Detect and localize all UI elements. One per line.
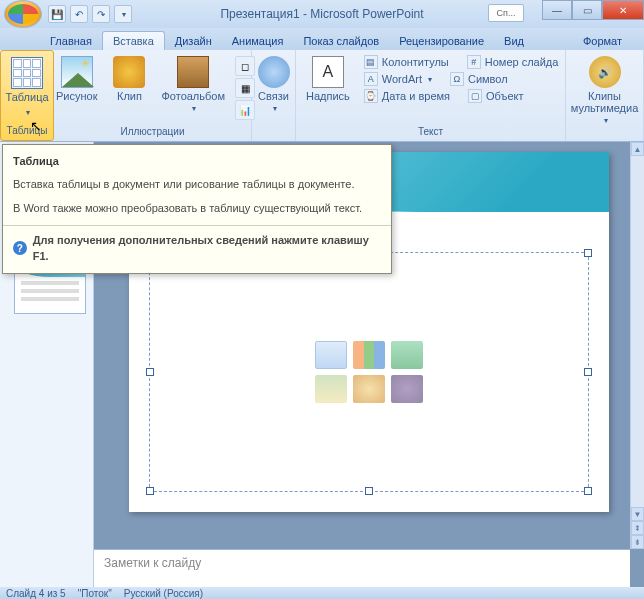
chevron-down-icon	[24, 105, 30, 117]
insert-table-icon[interactable]	[315, 341, 347, 369]
resize-handle[interactable]	[584, 487, 592, 495]
slidenumber-button[interactable]: #Номер слайда	[463, 54, 563, 70]
insert-smartart-icon[interactable]	[391, 341, 423, 369]
tab-insert[interactable]: Вставка	[102, 31, 165, 50]
headerfooter-button[interactable]: ▤Колонтитулы	[360, 54, 453, 70]
links-button[interactable]: Связи	[252, 52, 296, 117]
tooltip-title: Таблица	[13, 153, 381, 170]
insert-chart-icon[interactable]	[353, 341, 385, 369]
insert-picture-icon[interactable]	[315, 375, 347, 403]
textbox-button[interactable]: A Надпись	[300, 52, 356, 106]
media-button[interactable]: 🔊 Клипы мультимедиа	[565, 52, 644, 129]
tab-home[interactable]: Главная	[40, 32, 102, 50]
insert-media-icon[interactable]	[391, 375, 423, 403]
office-button[interactable]	[4, 0, 42, 28]
group-text-label: Текст	[418, 126, 443, 139]
status-theme: "Поток"	[78, 588, 112, 599]
table-button[interactable]: Таблица	[0, 53, 55, 121]
status-slide-count: Слайд 4 из 5	[6, 588, 66, 599]
scroll-down-icon[interactable]: ▼	[631, 507, 644, 521]
headerfooter-icon: ▤	[364, 55, 378, 69]
photoalbum-icon	[177, 56, 209, 88]
vertical-scrollbar[interactable]: ▲ ▼ ⇞ ⇟	[630, 142, 644, 549]
clipart-icon	[113, 56, 145, 88]
qat-customize-icon[interactable]	[114, 5, 132, 23]
tab-format[interactable]: Формат	[573, 32, 632, 50]
wordart-button[interactable]: AWordArt	[360, 71, 436, 87]
object-icon: ▢	[468, 89, 482, 103]
tab-review[interactable]: Рецензирование	[389, 32, 494, 50]
table-icon	[11, 57, 43, 89]
datetime-icon: ⌚	[364, 89, 378, 103]
insert-clipart-icon[interactable]	[353, 375, 385, 403]
links-icon	[258, 56, 290, 88]
clipart-button[interactable]: Клип	[107, 52, 151, 106]
photoalbum-button[interactable]: Фотоальбом	[155, 52, 231, 117]
picture-label: Рисунок	[56, 90, 98, 102]
tab-slideshow[interactable]: Показ слайдов	[293, 32, 389, 50]
group-tables-label: Таблицы	[7, 125, 48, 138]
next-slide-icon[interactable]: ⇟	[631, 535, 644, 549]
status-language[interactable]: Русский (Россия)	[124, 588, 203, 599]
resize-handle[interactable]	[584, 249, 592, 257]
minimize-button[interactable]: —	[542, 0, 572, 20]
symbol-icon: Ω	[450, 72, 464, 86]
object-button[interactable]: ▢Объект	[464, 88, 527, 104]
qat-save-icon[interactable]: 💾	[48, 5, 66, 23]
media-icon: 🔊	[589, 56, 621, 88]
datetime-button[interactable]: ⌚Дата и время	[360, 88, 454, 104]
media-label: Клипы мультимедиа	[571, 90, 639, 114]
qat-undo-icon[interactable]: ↶	[70, 5, 88, 23]
photoalbum-label: Фотоальбом	[161, 90, 225, 102]
resize-handle[interactable]	[146, 368, 154, 376]
picture-icon	[61, 56, 93, 88]
help-icon: ?	[13, 241, 27, 255]
table-button-label: Таблица	[5, 91, 48, 103]
tooltip-help: Для получения дополнительных сведений на…	[33, 232, 381, 265]
tab-animation[interactable]: Анимация	[222, 32, 294, 50]
clipart-label: Клип	[117, 90, 142, 102]
content-placeholder[interactable]	[149, 252, 589, 492]
picture-button[interactable]: Рисунок	[50, 52, 104, 106]
qat-redo-icon[interactable]: ↷	[92, 5, 110, 23]
wordart-icon: A	[364, 72, 378, 86]
resize-handle[interactable]	[584, 368, 592, 376]
resize-handle[interactable]	[365, 487, 373, 495]
window-title: Презентация1 - Microsoft PowerPoint	[220, 7, 423, 21]
scroll-up-icon[interactable]: ▲	[631, 142, 644, 156]
textbox-label: Надпись	[306, 90, 350, 102]
tab-design[interactable]: Дизайн	[165, 32, 222, 50]
resize-handle[interactable]	[146, 487, 154, 495]
group-illustrations-label: Иллюстрации	[121, 126, 185, 139]
maximize-button[interactable]: ▭	[572, 0, 602, 20]
tooltip-table: Таблица Вставка таблицы в документ или р…	[2, 144, 392, 274]
tooltip-desc-1: Вставка таблицы в документ или рисование…	[13, 176, 381, 193]
links-label: Связи	[258, 90, 289, 102]
symbol-button[interactable]: ΩСимвол	[446, 71, 512, 87]
status-bar: Слайд 4 из 5 "Поток" Русский (Россия)	[0, 587, 644, 599]
prev-slide-icon[interactable]: ⇞	[631, 521, 644, 535]
ribbon-tabs: Главная Вставка Дизайн Анимация Показ сл…	[0, 28, 644, 50]
slidenumber-icon: #	[467, 55, 481, 69]
tab-view[interactable]: Вид	[494, 32, 534, 50]
close-button[interactable]: ✕	[602, 0, 644, 20]
textbox-icon: A	[312, 56, 344, 88]
notes-pane[interactable]: Заметки к слайду	[94, 549, 630, 587]
help-search[interactable]: Сп...	[488, 4, 524, 22]
tooltip-desc-2: В Word также можно преобразовать в табли…	[13, 200, 381, 217]
